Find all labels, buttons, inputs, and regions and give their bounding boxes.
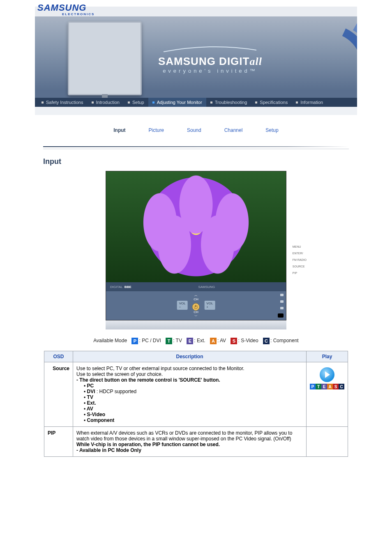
chip-e-icon: E	[321, 384, 327, 389]
bullet-icon	[128, 101, 130, 104]
monitor-illustration	[68, 21, 142, 95]
tab-channel[interactable]: Channel	[224, 127, 243, 133]
ch-down-label: CH﹀	[194, 310, 198, 318]
nav-label: Adjusting Your Monitor	[157, 100, 202, 105]
bullet: AV	[87, 406, 93, 412]
tab-picture[interactable]: Picture	[149, 127, 164, 133]
row-desc-source: Use to select PC, TV or other external i…	[73, 362, 307, 427]
panel-brand: SAMSUNG	[198, 285, 215, 289]
nav-setup[interactable]: Setup	[124, 98, 148, 107]
tagline-brand-head: SAMSUNG DIGIT	[158, 55, 249, 67]
row-desc-pip: When external A/V devices such as VCRs o…	[73, 427, 307, 457]
legend-label: : S-Video	[238, 338, 258, 343]
vol-plus-button[interactable]: VOL +	[204, 301, 215, 310]
panel-badge: DIGITAL	[110, 285, 122, 289]
legend-label: : Ext.	[194, 338, 205, 343]
chip-a-icon: A	[327, 384, 333, 389]
table-row: PIP When external A/V devices such as VC…	[44, 427, 348, 457]
chip-c-icon: C	[339, 384, 344, 389]
legend-label: : TV	[173, 338, 182, 343]
legend-label: : AV	[217, 338, 226, 343]
legend-label: : Component	[270, 338, 299, 343]
side-buttons	[278, 294, 284, 318]
bullet: DVI	[87, 389, 95, 394]
nav-specifications[interactable]: Specifications	[251, 98, 292, 107]
dpad: VOL − VOL +	[175, 301, 217, 311]
shelf	[106, 320, 286, 329]
tagline-sub: everyone's invited™	[158, 68, 262, 74]
osd-table: OSD Description Play Source Use to selec…	[44, 351, 348, 457]
tab-sound[interactable]: Sound	[187, 127, 201, 133]
desc-text: Use to select PC, TV or other external i…	[76, 366, 244, 371]
table-row: Source Use to select PC, TV or other ext…	[44, 362, 348, 427]
chip-a-icon: A	[210, 338, 217, 344]
bullet-icon	[92, 101, 94, 104]
nav-label: Introduction	[96, 100, 120, 105]
legend-title: Available Mode	[93, 338, 127, 343]
sub-nav: Input Picture Sound Channel Setup	[35, 127, 357, 133]
bullet: PC	[87, 383, 94, 389]
nav-label: Information	[300, 100, 323, 105]
row-osd-source: Source	[44, 362, 73, 427]
desc-text: Use to select the screen of your choice.	[76, 371, 163, 377]
row-osd-pip: PIP	[44, 427, 73, 457]
available-mode-legend: Available Mode P: PC / DVI T: TV E: Ext.…	[35, 336, 357, 351]
brand-sublogo: ELECTRONICS	[62, 12, 95, 16]
play-chip-row: P T E A S C	[310, 384, 344, 389]
hero-banner: SAMSUNG ELECTRONICS SAMSUNG DIGITall eve…	[35, 0, 357, 107]
bullet-icon	[210, 101, 212, 104]
chip-e-icon: E	[187, 338, 193, 344]
osd-illustration: MENU ENTER/ FM RADIO SOURCE PIP DIGITAL …	[106, 171, 286, 329]
power-button[interactable]	[192, 303, 200, 311]
nav-spacer	[35, 107, 357, 115]
play-icon[interactable]	[320, 367, 334, 382]
nav-adjusting-your-monitor[interactable]: Adjusting Your Monitor	[148, 98, 206, 107]
section-title: Input	[35, 154, 357, 171]
brand-logo: SAMSUNG	[37, 2, 86, 13]
legend-label: : PC / DVI	[139, 338, 161, 343]
chip-s-icon: S	[333, 384, 339, 389]
bullet: S-Video	[87, 412, 105, 417]
bullet: Component	[87, 417, 115, 423]
tagline: SAMSUNG DIGITall everyone's invited™	[158, 45, 262, 74]
bullet: Ext.	[87, 400, 96, 406]
desc-text: When external A/V devices such as VCRs o…	[76, 430, 292, 442]
nav-label: Setup	[132, 100, 144, 105]
control-bar: ︿CH VOL − VOL + CH﹀	[106, 291, 286, 320]
chip-p-icon: P	[131, 338, 138, 344]
desc-emphasis: - The direct button on the remote contro…	[76, 377, 220, 383]
chip-t-icon: T	[166, 338, 172, 344]
bullet-note: : HDCP supported	[95, 389, 137, 394]
swoosh-icon	[163, 45, 257, 53]
chip-p-icon: P	[310, 384, 316, 389]
vol-minus-button[interactable]: VOL −	[177, 301, 188, 310]
ch-up-label: ︿CH	[194, 293, 198, 301]
nav-label: Troubleshooting	[215, 100, 247, 105]
chip-c-icon: C	[263, 338, 270, 344]
divider	[43, 146, 349, 147]
desc-emphasis: - Available in PC Mode Only	[76, 447, 141, 453]
bezel-labels: MENU ENTER/ FM RADIO SOURCE PIP	[293, 244, 307, 276]
screen-image: MENU ENTER/ FM RADIO SOURCE PIP	[106, 171, 286, 282]
table-header-row: OSD Description Play	[44, 351, 348, 362]
mute-icon	[278, 313, 284, 318]
row-play-source: P T E A S C	[307, 362, 348, 427]
nav-label: Specifications	[260, 100, 288, 105]
nav-safety-instructions[interactable]: Safety Instructions	[37, 98, 88, 107]
panel-badge: BBE	[125, 285, 131, 289]
divider	[43, 149, 349, 149]
nav-troubleshooting[interactable]: Troubleshooting	[206, 98, 251, 107]
main-nav: Safety Instructions Introduction Setup A…	[35, 98, 357, 107]
nav-introduction[interactable]: Introduction	[88, 98, 124, 107]
bullet: TV	[87, 394, 93, 400]
nav-information[interactable]: Information	[292, 98, 327, 107]
tab-input[interactable]: Input	[113, 127, 125, 133]
row-play-pip	[307, 427, 348, 457]
tagline-brand-tail: all	[249, 55, 262, 67]
bullet-icon	[42, 101, 44, 104]
chip-t-icon: T	[316, 384, 321, 389]
bullet-icon	[296, 101, 298, 104]
tab-setup[interactable]: Setup	[265, 127, 278, 133]
col-osd: OSD	[44, 351, 73, 362]
bullet-icon	[152, 101, 154, 104]
